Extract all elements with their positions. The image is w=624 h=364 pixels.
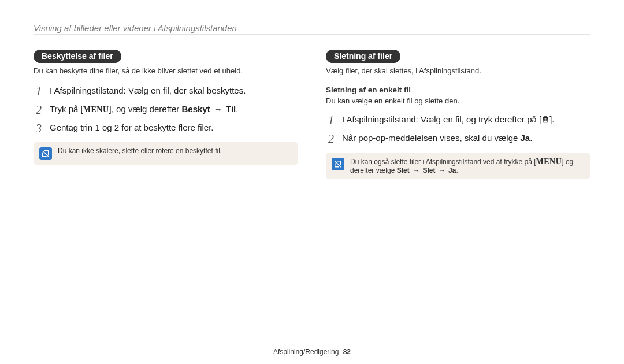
note-text: Du kan ikke skalere, slette eller rotere… [58, 147, 222, 155]
step-number: 1 [326, 114, 336, 126]
content-columns: Beskyttelse af filer Du kan beskytte din… [34, 50, 590, 187]
step-text: Gentag trin 1 og 2 for at beskytte flere… [50, 122, 213, 132]
text-bold: Til [226, 104, 236, 114]
step-text: Når pop-op-meddelelsen vises, skal du væ… [342, 133, 532, 143]
protect-step-1: 1 I Afspilningstilstand: Vælg en fil, de… [34, 86, 298, 97]
delete-single-heading: Sletning af en enkelt fil [326, 86, 590, 94]
step-number: 2 [326, 133, 336, 144]
section-pill-protect: Beskyttelse af filer [34, 50, 121, 63]
note-text: Du kan også slette filer i Afspilningsti… [350, 157, 585, 174]
menu-icon: MENU [536, 157, 562, 166]
section-pill-delete: Sletning af filer [326, 50, 400, 63]
trash-icon [541, 115, 549, 124]
left-column: Beskyttelse af filer Du kan beskytte din… [34, 50, 298, 187]
text-frag: ], og vælg derefter [109, 104, 182, 114]
text-frag: Du kan også slette filer i Afspilningsti… [350, 158, 536, 166]
delete-step-2: 2 Når pop-op-meddelelsen vises, skal du … [326, 133, 590, 144]
arrow-icon: → [410, 166, 423, 174]
arrow-icon: → [435, 166, 448, 174]
step-text: Tryk på [MENU], og vælg derefter Beskyt … [50, 104, 238, 114]
text-bold: Beskyt [181, 104, 210, 114]
delete-single-intro: Du kan vælge en enkelt fil og slette den… [326, 96, 590, 105]
text-frag: Når pop-op-meddelelsen vises, skal du væ… [342, 133, 521, 143]
page-header: Visning af billeder eller videoer i Afsp… [34, 23, 590, 33]
header-rule [34, 34, 590, 35]
delete-intro: Vælg filer, der skal slettes, i Afspilni… [326, 66, 590, 75]
delete-steps: 1 I Afspilningstilstand: Vælg en fil, og… [326, 114, 590, 144]
protect-intro: Du kan beskytte dine filer, så de ikke b… [34, 66, 298, 75]
text-bold: Slet [422, 166, 435, 174]
text-bold: Ja [521, 133, 530, 143]
page-footer: Afspilning/Redigering 82 [0, 348, 624, 356]
right-column: Sletning af filer Vælg filer, der skal s… [326, 50, 590, 187]
protect-step-2: 2 Tryk på [MENU], og vælg derefter Besky… [34, 104, 298, 116]
info-icon [39, 147, 52, 160]
text-frag: . [530, 133, 532, 143]
text-frag: . [456, 166, 458, 174]
arrow-icon: → [210, 104, 226, 114]
protect-steps: 1 I Afspilningstilstand: Vælg en fil, de… [34, 86, 298, 134]
text-frag: I Afspilningstilstand: Vælg en fil, og t… [342, 114, 541, 124]
text-bold: Ja [448, 166, 456, 174]
delete-step-1: 1 I Afspilningstilstand: Vælg en fil, og… [326, 114, 590, 126]
step-number: 2 [34, 104, 44, 116]
text-frag: Tryk på [ [50, 104, 83, 114]
menu-icon: MENU [83, 105, 109, 114]
page-number: 82 [343, 348, 351, 356]
step-number: 3 [34, 122, 44, 134]
text-bold: Slet [397, 166, 410, 174]
info-icon [332, 158, 344, 170]
note-box: Du kan ikke skalere, slette eller rotere… [34, 142, 298, 165]
note-box: Du kan også slette filer i Afspilningsti… [326, 153, 590, 179]
text-frag: ]. [549, 114, 554, 124]
step-text: I Afspilningstilstand: Vælg en fil, der … [50, 86, 246, 95]
step-number: 1 [34, 86, 44, 97]
manual-page: Visning af billeder eller videoer i Afsp… [0, 0, 624, 364]
text-frag: . [236, 104, 238, 114]
step-text: I Afspilningstilstand: Vælg en fil, og t… [342, 114, 555, 124]
protect-step-3: 3 Gentag trin 1 og 2 for at beskytte fle… [34, 122, 298, 134]
footer-section: Afspilning/Redigering [273, 348, 339, 356]
